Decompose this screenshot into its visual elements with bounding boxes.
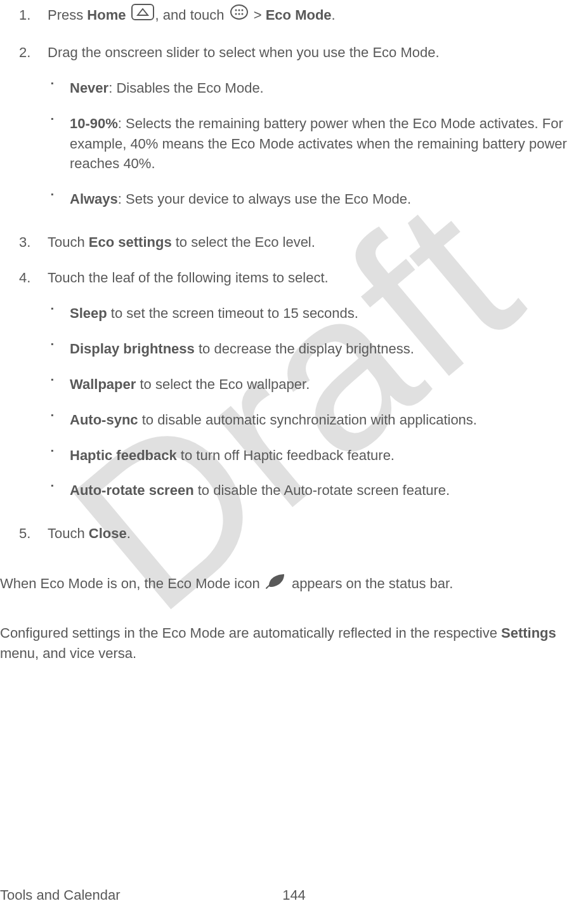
list-item: Haptic feedback to turn off Haptic feedb… xyxy=(48,438,582,473)
svg-point-5 xyxy=(235,13,237,15)
step-3: 3. Touch Eco settings to select the Eco … xyxy=(0,227,582,263)
step-number: 2. xyxy=(19,43,30,63)
list-item: Auto-sync to disable automatic synchroni… xyxy=(48,402,582,438)
step-number: 1. xyxy=(19,5,30,25)
list-item: Auto-rotate screen to disable the Auto-r… xyxy=(48,473,582,508)
steps-list: 1. Press Home , and touch > Eco Mode. 2.… xyxy=(0,0,588,554)
svg-rect-0 xyxy=(132,4,154,20)
list-item: Display brightness to decrease the displ… xyxy=(48,331,582,367)
svg-point-1 xyxy=(231,5,247,19)
step-number: 4. xyxy=(19,268,30,288)
list-item: Sleep to set the screen timeout to 15 se… xyxy=(48,296,582,331)
step-1: 1. Press Home , and touch > Eco Mode. xyxy=(0,0,582,37)
svg-point-3 xyxy=(238,10,240,11)
list-item: Wallpaper to select the Eco wallpaper. xyxy=(48,367,582,402)
list-item: Always: Sets your device to always use t… xyxy=(48,181,582,217)
step-text: Touch Close. xyxy=(48,525,131,541)
list-item: Never: Disables the Eco Mode. xyxy=(48,70,582,106)
svg-point-4 xyxy=(241,10,243,11)
step-2: 2. Drag the onscreen slider to select wh… xyxy=(0,37,582,227)
document-content: 1. Press Home , and touch > Eco Mode. 2.… xyxy=(0,0,588,671)
svg-point-7 xyxy=(241,13,243,15)
step-number: 5. xyxy=(19,523,30,544)
paragraph-eco-icon: When Eco Mode is on, the Eco Mode icon a… xyxy=(0,568,588,604)
document-page: Draft 1. Press Home , and touch > Eco Mo… xyxy=(0,0,588,901)
sub-list: Sleep to set the screen timeout to 15 se… xyxy=(48,296,582,508)
step-5: 5. Touch Close. xyxy=(0,518,582,554)
leaf-icon xyxy=(265,572,287,595)
list-item: 10-90%: Selects the remaining battery po… xyxy=(48,106,582,182)
svg-point-6 xyxy=(238,13,240,15)
apps-icon xyxy=(230,4,249,26)
step-text: Touch Eco settings to select the Eco lev… xyxy=(48,234,315,250)
svg-point-2 xyxy=(235,10,237,11)
step-4: 4. Touch the leaf of the following items… xyxy=(0,263,582,518)
step-text: Press Home , and touch > Eco Mode. xyxy=(48,7,336,23)
home-icon xyxy=(131,4,154,26)
footer-section: Tools and Calendar xyxy=(0,887,121,901)
step-text: Drag the onscreen slider to select when … xyxy=(48,44,440,60)
step-number: 3. xyxy=(19,232,30,253)
sub-list: Never: Disables the Eco Mode. 10-90%: Se… xyxy=(48,70,582,217)
paragraph-settings-note: Configured settings in the Eco Mode are … xyxy=(0,618,588,671)
footer-page-number: 144 xyxy=(282,887,306,901)
step-text: Touch the leaf of the following items to… xyxy=(48,270,329,286)
